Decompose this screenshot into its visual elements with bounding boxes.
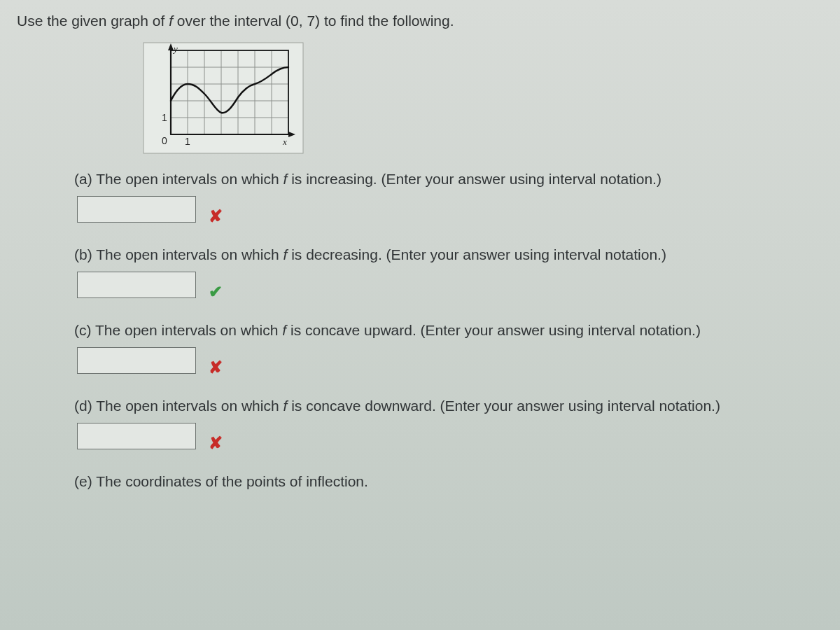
q-c-label: (c) xyxy=(74,322,92,338)
correct-icon: ✔ xyxy=(209,282,223,302)
svg-rect-0 xyxy=(144,43,303,153)
q-d-label: (d) xyxy=(74,398,92,414)
q-c-pre: The open intervals on which xyxy=(95,322,282,338)
q-e-label: (e) xyxy=(74,473,92,489)
q-b-label: (b) xyxy=(74,246,92,262)
answer-input-c[interactable] xyxy=(77,347,196,374)
q-a-post: is increasing. (Enter your answer using … xyxy=(287,171,662,187)
question-c: (c) The open intervals on which f is con… xyxy=(74,322,823,374)
question-e: (e) The coordinates of the points of inf… xyxy=(74,473,823,490)
answer-input-b[interactable] xyxy=(77,272,196,298)
question-e-text: (e) The coordinates of the points of inf… xyxy=(74,473,823,490)
question-b: (b) The open intervals on which f is dec… xyxy=(74,246,823,298)
q-b-post: is decreasing. (Enter your answer using … xyxy=(287,246,666,262)
q-c-post: is concave upward. (Enter your answer us… xyxy=(286,322,701,338)
q-b-pre: The open intervals on which xyxy=(96,246,283,262)
wrong-icon: ✘ xyxy=(209,358,223,377)
wrong-icon: ✘ xyxy=(209,433,223,453)
question-a: (a) The open intervals on which f is inc… xyxy=(74,171,823,223)
question-d: (d) The open intervals on which f is con… xyxy=(74,398,823,449)
q-a-pre: The open intervals on which xyxy=(96,171,283,187)
graph-svg: y 1 0 1 x xyxy=(143,42,304,154)
y-tick-1: 1 xyxy=(162,112,167,123)
answer-input-a[interactable] xyxy=(77,196,196,223)
prompt-pre: Use the given graph of xyxy=(17,13,169,29)
q-d-post: is concave downward. (Enter your answer … xyxy=(287,398,720,414)
graph-figure: y 1 0 1 x xyxy=(143,42,823,154)
answer-input-d[interactable] xyxy=(77,423,196,449)
x-axis-label: x xyxy=(282,136,287,147)
origin-label: 0 xyxy=(162,135,167,146)
q-a-label: (a) xyxy=(74,171,92,187)
question-b-text: (b) The open intervals on which f is dec… xyxy=(74,246,823,263)
question-c-text: (c) The open intervals on which f is con… xyxy=(74,322,823,339)
q-e-body: The coordinates of the points of inflect… xyxy=(96,473,368,489)
prompt-post: over the interval (0, 7) to find the fol… xyxy=(173,13,454,29)
question-d-text: (d) The open intervals on which f is con… xyxy=(74,398,823,414)
question-a-text: (a) The open intervals on which f is inc… xyxy=(74,171,823,188)
x-tick-1: 1 xyxy=(185,136,190,147)
q-d-pre: The open intervals on which xyxy=(96,398,283,414)
question-prompt: Use the given graph of f over the interv… xyxy=(17,13,823,29)
y-axis-label: y xyxy=(172,43,178,54)
wrong-icon: ✘ xyxy=(209,206,223,226)
